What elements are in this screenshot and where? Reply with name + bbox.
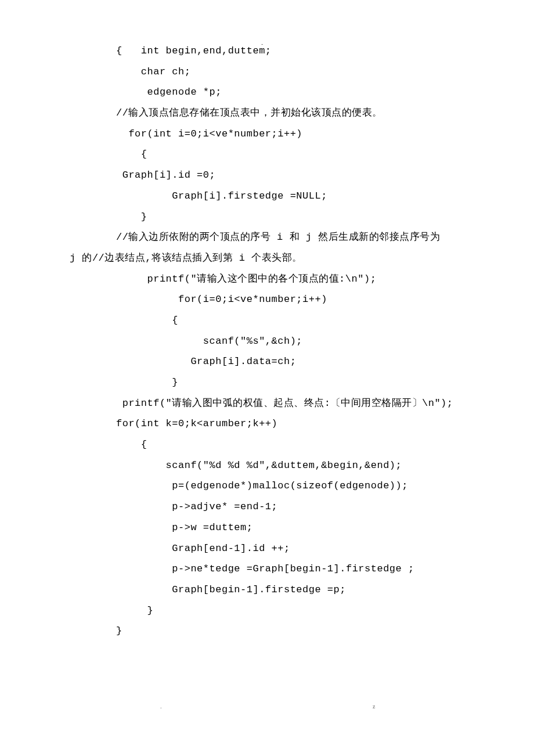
footer-mark-left: .	[160, 703, 162, 710]
code-line: p->adjve* =end-1;	[70, 496, 464, 517]
code-line: { int begin,end,duttem;	[70, 41, 464, 62]
code-line: }	[70, 600, 464, 621]
code-line: {	[70, 144, 464, 165]
code-line: Graph[i].id =0;	[70, 165, 464, 186]
code-line: for(int i=0;i<ve*number;i++)	[70, 124, 464, 145]
code-line: scanf("%d %d %d",&duttem,&begin,&end);	[70, 455, 464, 476]
code-line: p->ne*tedge =Graph[begin-1].firstedge ;	[70, 559, 464, 579]
code-line: printf("请输入图中弧的权值、起点、终点:〔中间用空格隔开〕\n");	[70, 393, 464, 414]
code-line: j 的//边表结点,将该结点插入到第 i 个表头部。	[70, 248, 464, 269]
code-line: scanf("%s",&ch);	[70, 331, 464, 352]
code-line: p=(edgenode*)malloc(sizeof(edgenode));	[70, 476, 464, 496]
code-line: }	[70, 621, 464, 642]
document-page: { int begin,end,duttem; char ch; edgenod…	[0, 0, 534, 676]
footer-mark-right: z	[373, 703, 375, 710]
code-line: Graph[i].data=ch;	[70, 351, 464, 372]
code-line: Graph[end-1].id ++;	[70, 538, 464, 559]
code-line: p->w =duttem;	[70, 517, 464, 538]
code-line: //输入顶点信息存储在顶点表中，并初始化该顶点的便表。	[70, 103, 464, 124]
code-line: //输入边所依附的两个顶点的序号 i 和 j 然后生成新的邻接点序号为	[70, 227, 464, 248]
code-line: Graph[begin-1].firstedge =p;	[70, 579, 464, 600]
header-mark: -	[261, 41, 263, 47]
code-line: }	[70, 372, 464, 393]
code-line: {	[70, 434, 464, 455]
code-line: printf("请输入这个图中的各个顶点的值:\n");	[70, 269, 464, 290]
code-line: for(i=0;i<ve*number;i++)	[70, 289, 464, 310]
code-line: Graph[i].firstedge =NULL;	[70, 186, 464, 207]
code-line: edgenode *p;	[70, 82, 464, 103]
code-line: char ch;	[70, 62, 464, 82]
code-line: {	[70, 310, 464, 331]
code-line: for(int k=0;k<arumber;k++)	[70, 413, 464, 434]
code-line: }	[70, 207, 464, 228]
